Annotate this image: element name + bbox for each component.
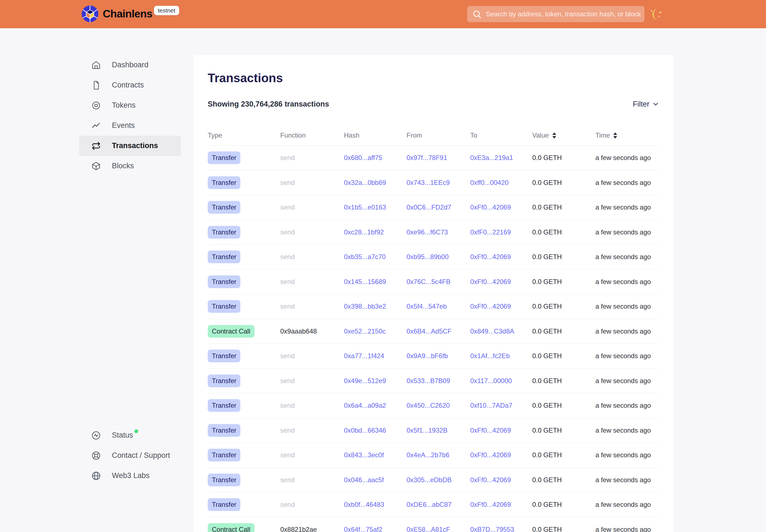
tx-from-link[interactable]: 0x450...C2620 bbox=[407, 402, 450, 409]
tx-to-link[interactable]: 0x117...00000 bbox=[470, 377, 512, 384]
filter-label: Filter bbox=[633, 100, 649, 109]
tx-time-text: a few seconds ago bbox=[595, 377, 659, 385]
sidebar-item-tokens[interactable]: Tokens bbox=[79, 95, 181, 115]
tx-hash-link[interactable]: 0xa77...1f424 bbox=[344, 352, 384, 360]
tx-hash-link[interactable]: 0x398...bb3e2 bbox=[344, 303, 386, 310]
column-header-time-sort[interactable]: Time bbox=[595, 131, 659, 139]
chainlens-logo-icon bbox=[81, 5, 99, 22]
sidebar-nav: Dashboard Contracts Tokens Events Transa… bbox=[79, 55, 181, 176]
tx-function-label: send bbox=[280, 303, 295, 310]
tx-time-text: a few seconds ago bbox=[595, 203, 659, 211]
sort-icon bbox=[552, 132, 557, 139]
tx-hash-link[interactable]: 0x1b5...e0163 bbox=[344, 203, 386, 211]
sidebar-item-events[interactable]: Events bbox=[79, 115, 181, 136]
tx-hash-link[interactable]: 0x0bd...66346 bbox=[344, 427, 386, 434]
tx-function-label: 0x8821b2ae bbox=[280, 526, 317, 532]
tx-hash-link[interactable]: 0x145...15689 bbox=[344, 278, 386, 285]
tx-to-link[interactable]: 0xFf0...42069 bbox=[470, 427, 511, 434]
brand-logo[interactable]: Chainlens bbox=[81, 5, 152, 22]
tx-from-link[interactable]: 0x743...1EEc9 bbox=[407, 179, 450, 186]
tx-type-badge: Transfer bbox=[208, 449, 240, 461]
sidebar-item-transactions[interactable]: Transactions bbox=[79, 136, 181, 156]
tx-from-link[interactable]: 0x76C...5c4FB bbox=[407, 278, 451, 285]
tx-type-badge: Transfer bbox=[208, 176, 240, 189]
tx-time-text: a few seconds ago bbox=[595, 327, 659, 335]
tx-from-link[interactable]: 0x5f4...547eb bbox=[407, 303, 447, 310]
tx-from-link[interactable]: 0x97f...78F91 bbox=[407, 154, 447, 161]
sidebar-item-web3-labs[interactable]: Web3 Labs bbox=[79, 466, 181, 486]
tx-to-link[interactable]: 0xFf0...42069 bbox=[470, 253, 511, 260]
tx-from-link[interactable]: 0x6B4...Ad5CF bbox=[407, 327, 452, 335]
sidebar-item-contact-support[interactable]: Contact / Support bbox=[79, 445, 181, 466]
search-input[interactable] bbox=[486, 10, 642, 18]
tx-to-link[interactable]: 0xff0...00420 bbox=[470, 179, 509, 186]
tx-hash-link[interactable]: 0xe52...2150c bbox=[344, 327, 386, 335]
sidebar-item-label: Blocks bbox=[112, 162, 134, 170]
tx-function-label: send bbox=[280, 253, 295, 260]
filter-button[interactable]: Filter bbox=[633, 100, 659, 109]
sidebar-item-label: Tokens bbox=[112, 101, 136, 110]
tx-from-link[interactable]: 0xb95...89b00 bbox=[407, 253, 449, 260]
theme-toggle-button[interactable] bbox=[650, 7, 664, 22]
table-row: Transfer send 0x0bd...66346 0x5f1...1932… bbox=[208, 418, 659, 443]
tx-value-text: 0.0 GETH bbox=[532, 427, 595, 434]
table-row: Transfer send 0x6a4...a09a2 0x450...C262… bbox=[208, 393, 659, 418]
tx-hash-link[interactable]: 0xb35...a7c70 bbox=[344, 253, 386, 260]
sidebar-item-blocks[interactable]: Blocks bbox=[79, 156, 181, 176]
tx-to-link[interactable]: 0xFf0...42069 bbox=[470, 476, 511, 484]
tx-value-text: 0.0 GETH bbox=[532, 154, 595, 162]
tx-from-link[interactable]: 0x533...B7B09 bbox=[407, 377, 450, 384]
tx-hash-link[interactable]: 0x49e...512e9 bbox=[344, 377, 386, 384]
tx-to-link[interactable]: 0xFf0...42069 bbox=[470, 303, 511, 310]
tx-to-link[interactable]: 0xFf0...42069 bbox=[470, 501, 511, 508]
tx-from-link[interactable]: 0xDE6...abC87 bbox=[407, 501, 452, 508]
global-search[interactable] bbox=[467, 6, 644, 22]
tx-hash-link[interactable]: 0x6a4...a09a2 bbox=[344, 402, 386, 409]
column-header-hash: Hash bbox=[344, 131, 407, 139]
tx-to-link[interactable]: 0xFf0...42069 bbox=[470, 451, 511, 459]
tx-to-link[interactable]: 0xB7D...79553 bbox=[470, 526, 514, 532]
token-icon bbox=[91, 101, 101, 110]
sidebar-item-status[interactable]: Status bbox=[79, 425, 181, 445]
table-row: Transfer send 0xa77...1f424 0x9A9...bF6f… bbox=[208, 344, 659, 369]
repeat-icon bbox=[91, 141, 101, 151]
trend-icon bbox=[91, 121, 101, 130]
tx-from-link[interactable]: 0x5f1...1932B bbox=[407, 427, 448, 434]
tx-value-text: 0.0 GETH bbox=[532, 451, 595, 459]
tx-time-text: a few seconds ago bbox=[595, 179, 659, 187]
sidebar-item-label: Events bbox=[112, 121, 135, 130]
sidebar-item-contracts[interactable]: Contracts bbox=[79, 75, 181, 95]
tx-from-link[interactable]: 0xE58...A81cF bbox=[407, 526, 450, 532]
tx-to-link[interactable]: 0xf10...7ADa7 bbox=[470, 402, 512, 409]
network-badge: testnet bbox=[154, 6, 179, 15]
tx-to-link[interactable]: 0xE3a...219a1 bbox=[470, 154, 513, 161]
sidebar-item-label: Dashboard bbox=[112, 61, 148, 69]
tx-hash-link[interactable]: 0x64f...75af2 bbox=[344, 526, 382, 532]
tx-hash-link[interactable]: 0xb0f...46483 bbox=[344, 501, 384, 508]
tx-from-link[interactable]: 0x4eA...2b7b6 bbox=[407, 451, 450, 459]
tx-to-link[interactable]: 0x849...C3d8A bbox=[470, 327, 514, 335]
tx-type-badge: Transfer bbox=[208, 226, 240, 239]
tx-from-link[interactable]: 0xe96...f6C73 bbox=[407, 228, 448, 236]
table-row: Transfer send 0x32a...0bb69 0x743...1EEc… bbox=[208, 171, 659, 195]
tx-function-label: send bbox=[280, 179, 295, 186]
tx-hash-link[interactable]: 0x843...3ec0f bbox=[344, 451, 384, 459]
tx-to-link[interactable]: 0xFf0...42069 bbox=[470, 203, 511, 211]
tx-to-link[interactable]: 0xfF0...22169 bbox=[470, 228, 511, 236]
tx-type-badge: Transfer bbox=[208, 498, 240, 511]
tx-to-link[interactable]: 0x1Af...fc2Eb bbox=[470, 352, 510, 360]
sidebar-item-dashboard[interactable]: Dashboard bbox=[79, 55, 181, 75]
tx-from-link[interactable]: 0x9A9...bF6fb bbox=[407, 352, 448, 360]
tx-hash-link[interactable]: 0x680...aff75 bbox=[344, 154, 382, 161]
tx-hash-link[interactable]: 0xc28...1bf92 bbox=[344, 228, 384, 236]
sidebar-item-label: Status bbox=[112, 431, 133, 440]
tx-from-link[interactable]: 0x305...eDbDB bbox=[407, 476, 452, 484]
lifebuoy-icon bbox=[91, 451, 101, 460]
tx-to-link[interactable]: 0xFf0...42069 bbox=[470, 278, 511, 285]
tx-hash-link[interactable]: 0x32a...0bb69 bbox=[344, 179, 386, 186]
column-header-value-sort[interactable]: Value bbox=[532, 131, 595, 139]
tx-hash-link[interactable]: 0x046...aac5f bbox=[344, 476, 384, 484]
sidebar-footer-nav: Status Contact / Support Web3 Labs bbox=[79, 425, 181, 486]
tx-type-badge: Transfer bbox=[208, 151, 240, 164]
tx-from-link[interactable]: 0x0C6...FD2d7 bbox=[407, 203, 451, 211]
